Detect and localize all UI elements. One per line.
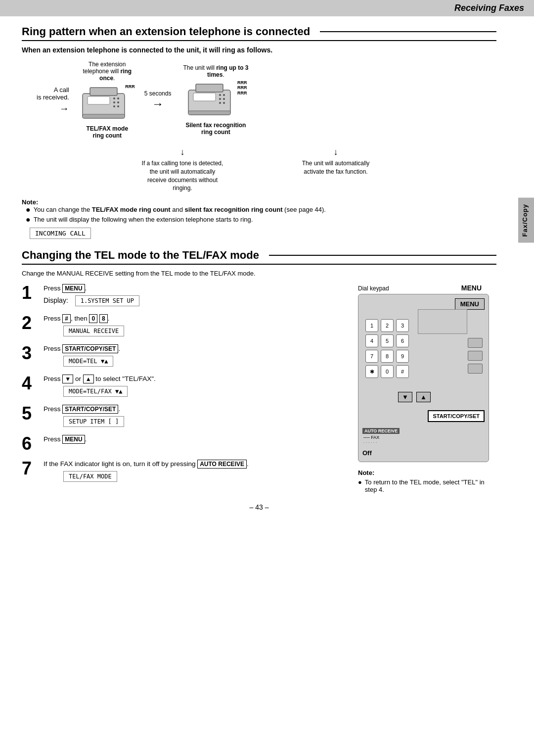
step-7-number: 7 [22, 460, 40, 477]
step-5-number: 5 [22, 405, 40, 423]
eight-key[interactable]: 8 [99, 314, 108, 323]
auto-receive-badge[interactable]: AUTO RECEIVE [362, 428, 400, 434]
step-4-text: Press ▼ or ▲ to select "TEL/FAX". [44, 375, 348, 384]
down-arrow-key[interactable]: ▼ [62, 375, 73, 383]
main-content: Ring pattern when an extension telephone… [0, 16, 518, 525]
start-copy-set-device[interactable]: START/COPY/SET [428, 410, 485, 422]
right-down-arrow-col: ↓ The unit will automatically activate t… [294, 147, 378, 192]
start-copy-set-key-5[interactable]: START/COPY/SET [62, 405, 118, 414]
right-arrow: → [152, 98, 164, 110]
right-fax-icon: RRR RRR RRR [183, 80, 248, 120]
step-4-row: 4 Press ▼ or ▲ to select "TEL/FAX". MODE… [22, 375, 348, 398]
step-4-display: MODE=TEL/FAX ▼▲ [44, 386, 348, 398]
step-1-row: 1 Press MENU. Display: 1.SYSTEM SET UP [22, 284, 348, 307]
device-diagram-container: Dial keypad MENU MENU 1 2 3 4 5 [358, 284, 496, 462]
step-6-content: Press MENU. [44, 435, 348, 446]
rrr-left: RRR [125, 85, 135, 90]
ring-pattern-diagram: A call is received. → The extension tele… [37, 61, 482, 139]
up-arrow-key[interactable]: ▲ [83, 375, 94, 383]
up-arrow-device[interactable]: ▲ [416, 392, 431, 402]
key-0[interactable]: 0 [381, 365, 394, 378]
note-right-item-1: ● To return to the TEL mode, select "TEL… [358, 478, 496, 493]
key-6[interactable]: 6 [396, 334, 409, 347]
step-3-text: Press START/COPY/SET. [44, 344, 348, 354]
note-item-1: ● You can change the TEL/FAX mode ring c… [26, 206, 496, 214]
arrow-5seconds: 5 seconds → [144, 90, 172, 110]
arrow-keys-device: ▼ ▲ [398, 392, 431, 402]
key-1[interactable]: 1 [365, 319, 378, 332]
key-7[interactable]: 7 [365, 350, 378, 363]
step-1-number: 1 [22, 284, 40, 302]
page-header: Receiving Faxes [0, 0, 534, 16]
left-ring-sublabel: ring count [92, 132, 122, 139]
note-label: Note: [22, 198, 496, 206]
side-btn-3[interactable] [468, 364, 483, 374]
step-2-row: 2 Press #, then 0 8. MANUAL RECEIVE [22, 314, 348, 337]
header-title: Receiving Faxes [454, 3, 524, 13]
start-copy-set-key-3[interactable]: START/COPY/SET [62, 344, 118, 353]
key-3[interactable]: 3 [396, 319, 409, 332]
side-btn-2[interactable] [468, 351, 483, 361]
left-ring-label: TEL/FAX mode [86, 125, 128, 132]
keypad-grid: 1 2 3 4 5 6 7 8 9 ✱ 0 # [365, 319, 409, 378]
device-body: MENU 1 2 3 4 5 6 7 8 9 ✱ [358, 294, 489, 462]
key-5[interactable]: 5 [381, 334, 394, 347]
svg-point-18 [223, 102, 225, 104]
right-desc-block: The unit will automatically activate the… [294, 159, 378, 176]
menu-key-1[interactable]: MENU [62, 284, 85, 293]
menu-button-device[interactable]: MENU [455, 298, 485, 310]
down-arrow-device[interactable]: ▼ [398, 392, 412, 402]
step-3-display: MODE=TEL ▼▲ [44, 356, 348, 368]
auto-receive-key[interactable]: AUTO RECEIVE [197, 460, 247, 469]
left-down-arrow: ↓ [180, 147, 185, 157]
auto-receive-device: AUTO RECEIVE ── FAX · · · · · · [362, 426, 400, 445]
step-2-text: Press #, then 0 8. [44, 314, 348, 324]
svg-point-5 [113, 101, 115, 103]
zero-key[interactable]: 0 [89, 314, 97, 323]
key-4[interactable]: 4 [365, 334, 378, 347]
step-4-content: Press ▼ or ▲ to select "TEL/FAX". MODE=T… [44, 375, 348, 398]
menu-top-label: MENU [461, 284, 482, 292]
step-7-content: If the FAX indicator light is on, turn i… [44, 460, 348, 483]
key-hash[interactable]: # [396, 365, 409, 378]
call-received-label: A call is received. → [37, 86, 69, 114]
steps-right-col: Dial keypad MENU MENU 1 2 3 4 5 [358, 284, 496, 493]
fax-machine-right-svg [183, 80, 240, 117]
right-ring-label: Silent fax recognition [185, 122, 246, 129]
svg-point-13 [219, 94, 221, 96]
right-down-arrow: ↓ [334, 147, 338, 157]
device-screen [418, 309, 467, 334]
key-8[interactable]: 8 [381, 350, 394, 363]
step-3-row: 3 Press START/COPY/SET. MODE=TEL ▼▲ [22, 344, 348, 368]
side-btn-1[interactable] [468, 338, 483, 348]
seconds-label: 5 seconds [144, 90, 172, 97]
svg-point-16 [223, 98, 225, 100]
section1-note: Note: ● You can change the TEL/FAX mode … [22, 198, 496, 239]
left-desc-block: If a fax calling tone is detected, the u… [140, 159, 224, 192]
key-2[interactable]: 2 [381, 319, 394, 332]
svg-point-6 [117, 101, 119, 103]
svg-rect-12 [193, 93, 216, 101]
dots-line: · · · · · · [363, 440, 400, 445]
svg-rect-19 [188, 111, 230, 115]
hash-key[interactable]: # [62, 314, 71, 323]
step-1-display: Display: 1.SYSTEM SET UP [44, 295, 348, 307]
menu-key-6[interactable]: MENU [62, 435, 85, 444]
dial-keypad-label: Dial keypad [358, 285, 389, 292]
step-5-content: Press START/COPY/SET. SETUP ITEM [ ] [44, 405, 348, 428]
step-1-content: Press MENU. Display: 1.SYSTEM SET UP [44, 284, 348, 307]
off-label-device: Off [362, 449, 372, 457]
key-star[interactable]: ✱ [365, 365, 378, 378]
svg-point-15 [219, 98, 221, 100]
step-4-number: 4 [22, 375, 40, 392]
page-number: – 43 – [250, 503, 269, 511]
title-line [320, 31, 496, 32]
svg-rect-11 [196, 84, 223, 92]
svg-rect-1 [90, 88, 117, 95]
step-2-content: Press #, then 0 8. MANUAL RECEIVE [44, 314, 348, 337]
svg-point-3 [113, 97, 115, 99]
key-9[interactable]: 9 [396, 350, 409, 363]
note-item-2: ● The unit will display the following wh… [26, 216, 496, 224]
section2-title: Changing the TEL mode to the TEL/FAX mod… [22, 249, 496, 265]
left-upper-text: The extension telephone will ring once. [75, 61, 139, 82]
